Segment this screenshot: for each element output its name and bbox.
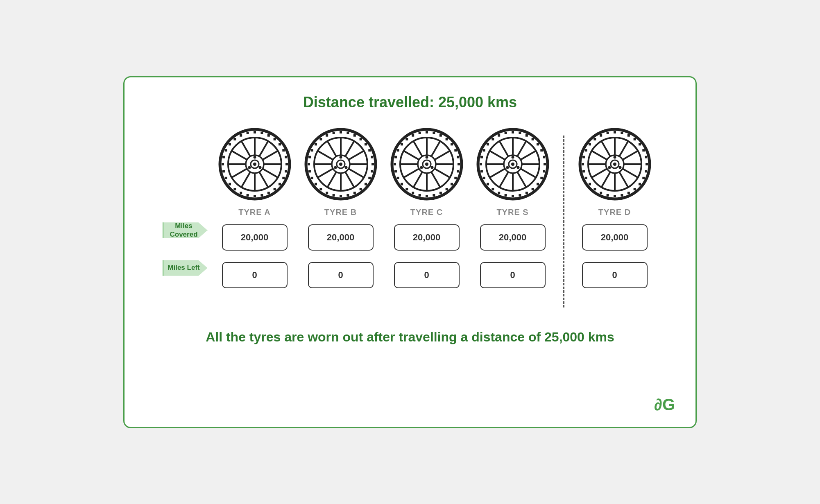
main-card: Distance travelled: 25,000 kms Miles Cov… [123, 76, 697, 428]
svg-point-178 [516, 166, 519, 169]
svg-rect-73 [359, 138, 362, 140]
svg-rect-162 [487, 143, 489, 145]
svg-line-235 [591, 151, 607, 160]
svg-rect-164 [498, 134, 500, 136]
svg-rect-207 [582, 163, 584, 165]
svg-rect-112 [394, 156, 396, 158]
svg-rect-122 [450, 143, 453, 145]
svg-line-238 [619, 141, 628, 156]
svg-rect-146 [543, 170, 545, 172]
svg-line-94 [345, 141, 354, 156]
svg-line-40 [241, 172, 250, 187]
svg-rect-105 [418, 194, 421, 197]
page-title: Distance travelled: 25,000 kms [303, 94, 517, 111]
svg-rect-75 [368, 149, 371, 151]
svg-rect-99 [454, 176, 457, 179]
tyre-label-d: TYRE D [598, 208, 631, 217]
svg-rect-7 [260, 194, 263, 197]
svg-rect-4 [278, 183, 281, 185]
svg-rect-2 [285, 170, 287, 172]
svg-rect-27 [282, 149, 285, 151]
miles-covered-value-s: 20,000 [480, 224, 546, 251]
svg-rect-220 [645, 156, 647, 158]
svg-point-35 [248, 166, 251, 169]
svg-line-134 [431, 172, 440, 187]
wheel-c [390, 127, 464, 203]
svg-rect-103 [433, 194, 435, 197]
svg-rect-124 [457, 156, 459, 158]
svg-rect-155 [492, 188, 494, 190]
svg-rect-52 [364, 183, 367, 185]
svg-line-232 [601, 172, 610, 187]
miles-left-label: Miles Left [163, 255, 208, 281]
svg-point-227 [608, 166, 611, 169]
wheel-s [476, 127, 550, 203]
miles-left-value-c: 0 [394, 262, 460, 288]
svg-rect-157 [482, 176, 485, 179]
svg-point-33 [253, 156, 256, 158]
svg-line-185 [489, 169, 505, 178]
miles-left-value-d: 0 [582, 262, 648, 288]
svg-rect-13 [224, 176, 227, 179]
svg-rect-65 [310, 149, 313, 151]
svg-rect-152 [512, 195, 514, 197]
svg-rect-64 [308, 156, 310, 158]
svg-rect-100 [450, 183, 453, 185]
svg-line-233 [591, 169, 607, 178]
svg-line-41 [231, 169, 247, 178]
svg-rect-166 [512, 131, 514, 133]
tyre-col-d: TYRE D20,0000 [572, 127, 658, 300]
miles-left-value-a: 0 [222, 262, 288, 288]
svg-line-133 [435, 169, 450, 178]
svg-line-47 [263, 151, 278, 160]
svg-line-92 [327, 141, 336, 156]
svg-rect-102 [439, 192, 442, 194]
dashed-divider [563, 136, 564, 307]
svg-rect-204 [589, 183, 591, 185]
svg-rect-206 [582, 170, 584, 172]
svg-rect-19 [233, 138, 236, 140]
svg-rect-215 [621, 131, 623, 134]
svg-rect-209 [584, 149, 587, 151]
svg-line-91 [317, 151, 333, 160]
svg-rect-72 [353, 134, 356, 136]
svg-rect-160 [480, 156, 482, 158]
svg-rect-26 [278, 143, 281, 145]
svg-rect-170 [536, 143, 539, 145]
svg-rect-156 [487, 183, 489, 185]
svg-rect-193 [646, 163, 648, 165]
svg-rect-216 [627, 134, 630, 136]
svg-rect-119 [433, 131, 435, 134]
svg-rect-171 [540, 149, 543, 151]
svg-rect-116 [412, 134, 414, 136]
svg-rect-196 [638, 183, 641, 185]
svg-line-140 [413, 141, 422, 156]
svg-rect-61 [310, 176, 313, 179]
svg-point-177 [511, 156, 514, 158]
svg-line-37 [263, 169, 278, 178]
miles-covered-label: Miles Covered [163, 217, 208, 244]
svg-rect-148 [536, 183, 539, 185]
svg-rect-218 [638, 143, 641, 145]
svg-rect-198 [627, 192, 630, 194]
svg-rect-120 [439, 134, 442, 136]
svg-rect-12 [229, 183, 231, 185]
svg-line-139 [403, 151, 419, 160]
wheel-b [304, 127, 378, 203]
svg-line-85 [349, 169, 364, 178]
svg-line-184 [499, 172, 508, 187]
tyre-label-c: TYRE C [410, 208, 443, 217]
svg-rect-197 [633, 188, 636, 190]
tyre-label-a: TYRE A [238, 208, 271, 217]
svg-point-224 [613, 163, 616, 166]
svg-line-88 [327, 172, 336, 187]
svg-rect-6 [267, 192, 270, 194]
svg-rect-199 [621, 194, 623, 197]
svg-line-137 [403, 169, 419, 178]
svg-line-95 [349, 151, 364, 160]
svg-rect-154 [498, 192, 500, 194]
gfg-logo: ∂G [654, 396, 675, 414]
svg-rect-212 [600, 134, 602, 136]
svg-rect-17 [224, 149, 227, 151]
svg-rect-1 [285, 163, 288, 165]
